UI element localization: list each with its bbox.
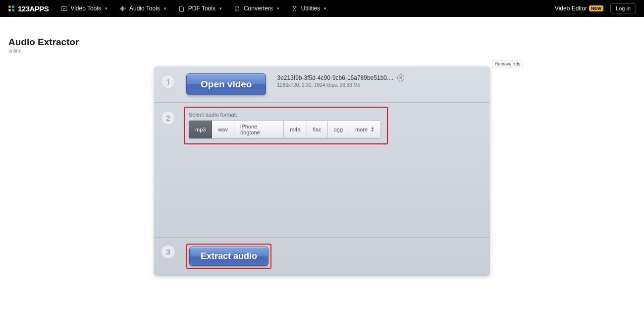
page-header: Audio Extractor online: [0, 17, 644, 54]
audio-icon: [119, 5, 126, 12]
play-icon: [60, 5, 67, 12]
top-navbar: 123APPS Video Tools ▾ Audio Tools ▾ PDF …: [0, 0, 644, 17]
nav-label: Audio Tools: [129, 5, 160, 12]
format-option-flac[interactable]: flac: [307, 121, 328, 138]
logo-text: 123APPS: [18, 4, 49, 13]
nav-right: Video Editor NEW Log in: [555, 3, 636, 13]
updown-icon: ▲▼: [371, 127, 375, 132]
logo-dots-icon: [8, 5, 15, 12]
nav-pdf-tools[interactable]: PDF Tools ▾: [178, 5, 222, 12]
format-option-more[interactable]: more ▲▼: [349, 121, 381, 138]
chevron-down-icon: ▾: [277, 6, 279, 11]
remove-ads-button[interactable]: Remove Ads: [492, 61, 523, 67]
step-1: 1 Open video 3e213f9b-3f5d-4c90-9cb6-16a…: [154, 66, 490, 103]
format-option-ogg[interactable]: ogg: [328, 121, 349, 138]
page-subtitle: online: [8, 48, 644, 54]
remove-file-icon[interactable]: ✕: [397, 74, 404, 81]
open-video-button[interactable]: Open video: [186, 73, 266, 95]
step-number: 2: [161, 111, 175, 125]
file-name: 3e213f9b-3f5d-4c90-9cb6-16a789be51b0....: [277, 74, 393, 81]
panel-wrap: Remove Ads 1 Open video 3e213f9b-3f5d-4c…: [0, 66, 644, 276]
page-title: Audio Extractor: [8, 37, 644, 48]
chevron-down-icon: ▾: [324, 6, 326, 11]
nav-label: PDF Tools: [188, 5, 215, 12]
nav-label: Utilities: [301, 5, 321, 12]
step-number: 3: [161, 245, 175, 259]
nav-utilities[interactable]: Utilities ▾: [291, 5, 327, 12]
nav-label: Video Tools: [70, 5, 101, 12]
highlight-frame-step2: Select audio format: mp3 wav iPhone ring…: [184, 107, 388, 144]
login-button[interactable]: Log in: [610, 3, 636, 13]
format-segmented-control: mp3 wav iPhone ringtone m4a flac ogg mor…: [189, 121, 381, 138]
chevron-down-icon: ▾: [164, 6, 166, 11]
file-meta: 1280x720, 2:30, 1604 kbps, 28.83 Mb: [277, 82, 404, 88]
nav-converters[interactable]: Converters ▾: [234, 5, 279, 12]
nav-audio-tools[interactable]: Audio Tools ▾: [119, 5, 166, 12]
chevron-down-icon: ▾: [219, 6, 222, 11]
more-label: more: [355, 127, 368, 132]
logo[interactable]: 123APPS: [8, 4, 49, 13]
video-editor-label: Video Editor: [555, 5, 587, 12]
format-option-wav[interactable]: wav: [212, 121, 234, 138]
nav-left: 123APPS Video Tools ▾ Audio Tools ▾ PDF …: [8, 4, 326, 13]
format-option-m4a[interactable]: m4a: [284, 121, 307, 138]
step-number: 1: [161, 74, 175, 89]
pdf-icon: [178, 5, 185, 12]
video-editor-link[interactable]: Video Editor NEW: [555, 5, 603, 12]
step-2: 2 Select audio format: mp3 wav iPhone ri…: [154, 103, 490, 238]
new-badge: NEW: [589, 5, 603, 11]
format-label: Select audio format:: [189, 112, 381, 118]
converter-icon: [234, 5, 241, 12]
step-3: 3 Extract audio: [154, 238, 490, 276]
format-option-mp3[interactable]: mp3: [189, 121, 212, 138]
main-panel: 1 Open video 3e213f9b-3f5d-4c90-9cb6-16a…: [154, 66, 490, 276]
extract-audio-button[interactable]: Extract audio: [189, 247, 268, 266]
utilities-icon: [291, 5, 298, 12]
file-info: 3e213f9b-3f5d-4c90-9cb6-16a789be51b0....…: [277, 74, 404, 88]
nav-video-tools[interactable]: Video Tools ▾: [60, 5, 107, 12]
format-option-iphone[interactable]: iPhone ringtone: [234, 121, 284, 138]
nav-label: Converters: [244, 5, 273, 12]
highlight-frame-step3: Extract audio: [186, 244, 271, 269]
chevron-down-icon: ▾: [105, 6, 107, 11]
